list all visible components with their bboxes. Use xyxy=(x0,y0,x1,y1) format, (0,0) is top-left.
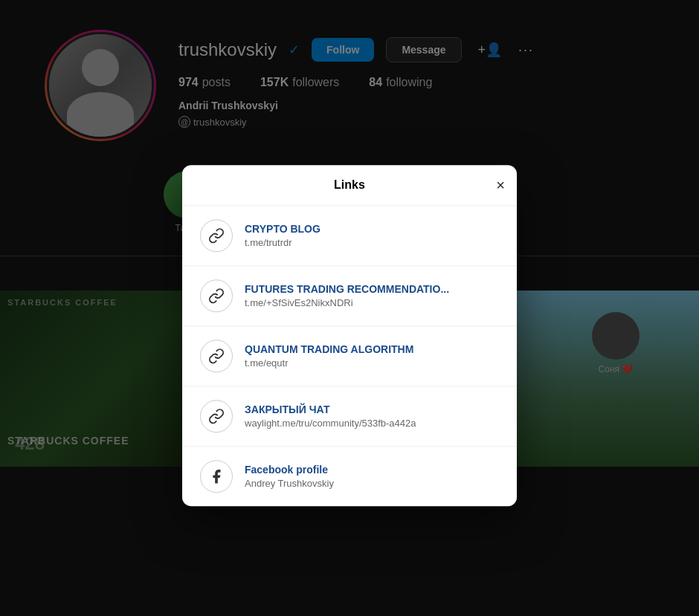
link-url-facebook-profile: Andrey Trushkovskiy xyxy=(245,478,334,489)
link-title-quantum-trading: QUANTUM TRADING ALGORITHM xyxy=(245,343,413,355)
link-url-crypto-blog: t.me/trutrdr xyxy=(245,237,320,248)
modal-title: Links xyxy=(334,178,365,192)
link-title-futures-trading: FUTURES TRADING RECOMMENDATIO... xyxy=(245,283,449,295)
link-url-futures-trading: t.me/+SfSivEs2NikxNDRi xyxy=(245,297,449,308)
link-icon-quantum-trading xyxy=(200,340,233,372)
link-item-zakryty-chat[interactable]: ЗАКРЫТЫЙ ЧАТ waylight.me/tru/community/5… xyxy=(182,386,517,447)
modal-close-button[interactable]: × xyxy=(496,178,505,192)
modal-header: Links × xyxy=(182,165,517,206)
link-item-facebook-profile[interactable]: Facebook profile Andrey Trushkovskiy xyxy=(182,447,517,506)
link-icon-zakryty-chat xyxy=(200,400,233,432)
link-icon-facebook-profile xyxy=(200,460,233,493)
link-item-futures-trading[interactable]: FUTURES TRADING RECOMMENDATIO... t.me/+S… xyxy=(182,266,517,326)
link-icon-futures-trading xyxy=(200,279,233,312)
link-title-zakryty-chat: ЗАКРЫТЫЙ ЧАТ xyxy=(245,403,416,415)
links-modal: Links × CRYPTO BLOG t.me/trutrdr FUTURES… xyxy=(182,165,517,506)
link-url-zakryty-chat: waylight.me/tru/community/533fb-a442a xyxy=(245,418,416,429)
link-text-futures-trading: FUTURES TRADING RECOMMENDATIO... t.me/+S… xyxy=(245,283,449,308)
link-text-facebook-profile: Facebook profile Andrey Trushkovskiy xyxy=(245,464,334,489)
link-icon-crypto-blog xyxy=(200,219,233,252)
link-text-crypto-blog: CRYPTO BLOG t.me/trutrdr xyxy=(245,223,320,248)
link-item-quantum-trading[interactable]: QUANTUM TRADING ALGORITHM t.me/equtr xyxy=(182,326,517,386)
link-text-quantum-trading: QUANTUM TRADING ALGORITHM t.me/equtr xyxy=(245,343,413,369)
link-text-zakryty-chat: ЗАКРЫТЫЙ ЧАТ waylight.me/tru/community/5… xyxy=(245,403,416,429)
link-title-crypto-blog: CRYPTO BLOG xyxy=(245,223,320,235)
link-item-crypto-blog[interactable]: CRYPTO BLOG t.me/trutrdr xyxy=(182,206,517,266)
link-title-facebook-profile: Facebook profile xyxy=(245,464,334,476)
links-list: CRYPTO BLOG t.me/trutrdr FUTURES TRADING… xyxy=(182,206,517,506)
link-url-quantum-trading: t.me/equtr xyxy=(245,357,413,369)
